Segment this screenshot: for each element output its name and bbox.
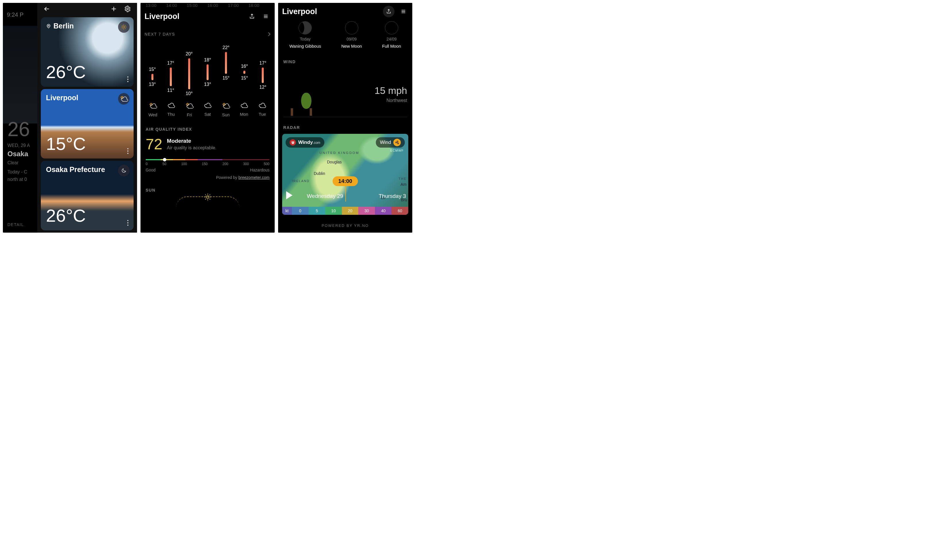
- aqi-widget: 72 Moderate Air quality is acceptable. 0…: [140, 135, 275, 172]
- svg-point-7: [206, 195, 209, 198]
- city-title: Liverpool: [145, 12, 243, 21]
- weather-icon: [222, 103, 230, 109]
- day-column[interactable]: Wed: [146, 103, 160, 117]
- moon-icon: [299, 21, 312, 34]
- day-column[interactable]: Sat: [200, 103, 215, 117]
- moon-phase: 09/09New Moon: [341, 21, 362, 49]
- kt-value: 60: [391, 207, 408, 215]
- radar-day-1: Wednesday 29: [307, 193, 343, 199]
- wind-direction: Northwest: [375, 98, 407, 103]
- aqi-hazardous-label: Hazardous: [250, 168, 270, 172]
- share-button[interactable]: [383, 6, 395, 17]
- forecast-day-col: 22°15°: [219, 45, 233, 96]
- next-7-days-header[interactable]: NEXT 7 DAYS: [140, 32, 275, 37]
- low-temp: 13°: [149, 82, 156, 87]
- hour-label: 14:00: [166, 3, 177, 8]
- radar-time-needle: [345, 186, 346, 202]
- day-name: Mon: [240, 112, 248, 117]
- sun-icon: [204, 193, 212, 201]
- location-card[interactable]: Liverpool15°C: [41, 89, 134, 158]
- kt-value: 0: [292, 207, 308, 215]
- aqi-description: Air quality is acceptable.: [167, 145, 217, 151]
- forecast-day-col: 17°11°: [163, 45, 178, 96]
- radar-time-pill[interactable]: 14:00: [333, 176, 358, 186]
- high-temp: 16°: [241, 64, 248, 69]
- radar-map[interactable]: ⋓Windy.com Wind ECMWF UNITED KINGDOM Dou…: [282, 134, 408, 215]
- back-button[interactable]: [42, 4, 52, 14]
- moon-icon: [385, 21, 398, 34]
- hour-labels: 13:0014:0015:0016:0017:0018:00: [140, 3, 275, 8]
- locations-panel: Berlin26°CLiverpool15°COsaka Prefecture2…: [37, 3, 137, 232]
- day-name: Sat: [204, 112, 211, 117]
- aqi-attribution[interactable]: Powered by breezometer.com: [140, 172, 275, 180]
- aqi-value: 72: [146, 135, 162, 153]
- day-column[interactable]: Tue: [255, 103, 270, 117]
- card-menu-button[interactable]: [127, 148, 128, 154]
- aqi-section-label: AIR QUALITY INDEX: [146, 127, 275, 132]
- location-name: Liverpool: [46, 94, 79, 102]
- low-temp: 13°: [204, 82, 211, 87]
- high-temp: 17°: [259, 61, 266, 66]
- weather-icon: [185, 103, 194, 109]
- moon-date: 24/09: [387, 37, 396, 42]
- forecast-day-col: 20°10°: [182, 45, 196, 96]
- data-attribution: POWERED BY YR.NO: [278, 223, 412, 228]
- card-menu-button[interactable]: [127, 220, 128, 226]
- location-card[interactable]: Osaka Prefecture26°C: [41, 161, 134, 230]
- settings-button[interactable]: [123, 4, 133, 14]
- sun-section-label: SUN: [146, 188, 275, 192]
- layer-chip-wind[interactable]: Wind: [376, 137, 405, 148]
- moon-phase-name: New Moon: [341, 44, 362, 49]
- background-content: 26 WED, 29 A Osaka Clear Today - C north…: [8, 118, 30, 182]
- high-temp: 18°: [204, 57, 211, 63]
- play-button[interactable]: [286, 191, 293, 199]
- hour-label: 18:00: [248, 3, 259, 8]
- location-name: Osaka Prefecture: [46, 165, 105, 174]
- wind-section-label: WIND: [283, 60, 412, 64]
- day-column[interactable]: Mon: [237, 103, 251, 117]
- day-name: Fri: [187, 112, 192, 117]
- moon-date: 09/09: [347, 37, 356, 42]
- hour-label: 13:00: [146, 3, 157, 8]
- low-temp: 11°: [167, 88, 174, 93]
- day-column[interactable]: Sun: [219, 103, 233, 117]
- menu-button[interactable]: [399, 7, 408, 16]
- weather-icon: [118, 165, 129, 176]
- card-menu-button[interactable]: [127, 76, 128, 82]
- trees-icon: [292, 112, 293, 117]
- forecast-day-col: 16°15°: [237, 45, 252, 96]
- day-icons-row: WedThuFriSatSunMonTue: [140, 96, 275, 119]
- weather-icon: [204, 103, 212, 108]
- kt-value: 5: [308, 207, 325, 215]
- moon-phase: 24/09Full Moon: [382, 21, 401, 49]
- day-name: Thu: [168, 112, 175, 117]
- share-button[interactable]: [247, 11, 257, 21]
- add-location-button[interactable]: [109, 4, 119, 14]
- day-column[interactable]: Thu: [164, 103, 179, 117]
- svg-point-0: [127, 8, 128, 10]
- day-column[interactable]: Fri: [182, 103, 197, 117]
- menu-button[interactable]: [261, 11, 271, 21]
- location-name: Berlin: [54, 22, 74, 30]
- model-label: ECMWF: [390, 149, 404, 152]
- location-temp: 26°C: [46, 62, 128, 82]
- moon-phase: TodayWaning Gibbous: [289, 21, 321, 49]
- temp-range-bar: [170, 68, 172, 86]
- forecast-screen: 13:0014:0015:0016:0017:0018:00 Liverpool…: [140, 3, 275, 232]
- kt-value: 20: [342, 207, 359, 215]
- detail-section-label: DETAIL: [8, 222, 24, 227]
- temp-range-bar: [244, 71, 245, 74]
- moon-icon: [345, 21, 358, 34]
- hour-label: 16:00: [207, 3, 218, 8]
- details-screen: Liverpool TodayWaning Gibbous09/09New Mo…: [278, 3, 412, 232]
- high-temp: 15°: [149, 67, 156, 72]
- low-temp: 15°: [241, 75, 248, 81]
- forecast-day-col: 18°13°: [200, 45, 214, 96]
- weather-icon: [118, 21, 129, 33]
- aqi-indicator-dot: [163, 158, 166, 162]
- location-temp: 26°C: [46, 205, 128, 226]
- high-temp: 17°: [167, 61, 174, 66]
- locations-screen: 9:24 P 26 WED, 29 A Osaka Clear Today - …: [3, 3, 137, 232]
- location-card[interactable]: Berlin26°C: [41, 17, 134, 87]
- temp-range-bar: [188, 58, 190, 89]
